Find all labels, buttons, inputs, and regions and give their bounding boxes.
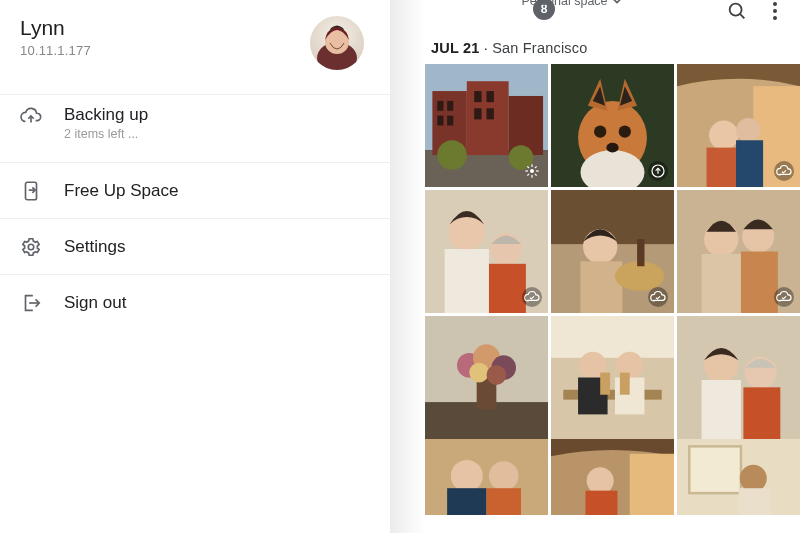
sparkle-icon [522,161,542,181]
upload-circle-icon [648,161,668,181]
svg-rect-17 [474,108,481,119]
topbar: 8 Personal space [425,0,800,26]
space-label: Personal space [521,0,607,8]
photo-tile[interactable] [677,64,800,187]
photo-tile[interactable] [551,190,674,313]
section-dateline: JUL 21 · San Francisco [425,26,800,64]
svg-rect-68 [551,316,674,358]
menu-label: Backing up [64,105,148,125]
svg-rect-91 [689,446,741,493]
photo-tile[interactable] [551,64,674,187]
sign-out-icon [20,292,42,314]
menu-free-up-space[interactable]: Free Up Space [0,162,390,218]
svg-rect-53 [637,239,644,266]
photo-tile[interactable] [425,64,548,187]
cloud-upload-icon [20,105,42,127]
svg-rect-18 [487,108,494,119]
menu-label: Sign out [64,293,126,313]
chevron-down-icon [612,0,622,6]
svg-rect-75 [620,373,630,395]
svg-rect-83 [447,488,486,515]
svg-line-27 [535,174,537,176]
photo-tile[interactable] [551,316,674,439]
svg-rect-87 [630,454,674,515]
menu-label: Settings [64,237,125,257]
section-location: San Francisco [492,40,587,56]
drawer-menu: Backing up 2 items left ... Free Up Spac… [0,94,390,330]
svg-point-66 [487,365,507,385]
svg-line-29 [535,166,537,168]
nav-drawer: Lynn 10.11.1.177 [0,0,390,533]
avatar[interactable] [310,16,364,70]
menu-sign-out[interactable]: Sign out [0,274,390,330]
profile-row: Lynn 10.11.1.177 [0,10,390,94]
section-date: JUL 21 [431,40,480,56]
svg-line-28 [527,174,529,176]
svg-rect-80 [743,387,780,439]
menu-backing-up[interactable]: Backing up 2 items left ... [0,94,390,162]
svg-rect-45 [445,249,489,313]
svg-point-34 [619,126,631,138]
photo-tile[interactable] [677,316,800,439]
svg-point-39 [709,121,739,151]
menu-label: Free Up Space [64,181,178,201]
phone-clean-icon [20,180,42,202]
svg-rect-16 [487,91,494,102]
photo-tile[interactable] [425,190,548,313]
svg-point-65 [469,363,489,383]
profile-name: Lynn [20,16,91,39]
svg-point-82 [451,460,483,492]
svg-point-88 [587,467,614,494]
svg-rect-74 [600,373,610,395]
svg-rect-12 [447,101,453,111]
space-dropdown[interactable]: Personal space [521,0,621,8]
more-icon[interactable] [764,0,786,22]
svg-point-84 [489,461,519,491]
cloud-done-icon [774,161,794,181]
svg-rect-15 [474,91,481,102]
photo-tile[interactable] [677,190,800,313]
svg-rect-47 [489,264,526,313]
sep: · [480,40,493,56]
svg-rect-10 [509,96,543,155]
search-icon[interactable] [726,0,748,22]
svg-rect-51 [581,261,623,313]
svg-point-19 [437,140,467,170]
svg-point-5 [730,4,742,16]
svg-rect-58 [741,252,778,314]
svg-point-33 [594,126,606,138]
photo-tile[interactable] [677,439,800,515]
svg-point-93 [740,465,767,492]
drawer-scrim [390,0,425,533]
svg-rect-69 [563,390,661,400]
svg-rect-11 [437,101,443,111]
svg-rect-40 [707,148,741,187]
svg-rect-94 [739,488,771,515]
photo-tile[interactable] [425,316,548,439]
svg-point-21 [530,169,534,173]
profile-ip: 10.11.1.177 [20,43,91,58]
svg-rect-14 [447,116,453,126]
svg-point-41 [736,118,761,143]
menu-settings[interactable]: Settings [0,218,390,274]
svg-rect-85 [487,488,521,515]
svg-rect-78 [702,380,741,439]
svg-rect-13 [437,116,443,126]
menu-sublabel: 2 items left ... [64,127,148,141]
photo-tile[interactable] [425,439,548,515]
svg-line-26 [527,166,529,168]
photo-grid-row [425,439,800,515]
photos-pane: 8 Personal space JUL 21 · San Francisco [425,0,800,533]
cloud-done-icon [522,287,542,307]
svg-rect-42 [736,140,763,187]
svg-rect-56 [702,254,741,313]
svg-point-4 [28,244,34,250]
svg-rect-89 [585,491,617,516]
cloud-done-icon [774,287,794,307]
svg-point-35 [606,143,618,153]
photo-grid [425,64,800,439]
photo-tile[interactable] [551,439,674,515]
cloud-done-icon [648,287,668,307]
gear-icon [20,236,42,258]
